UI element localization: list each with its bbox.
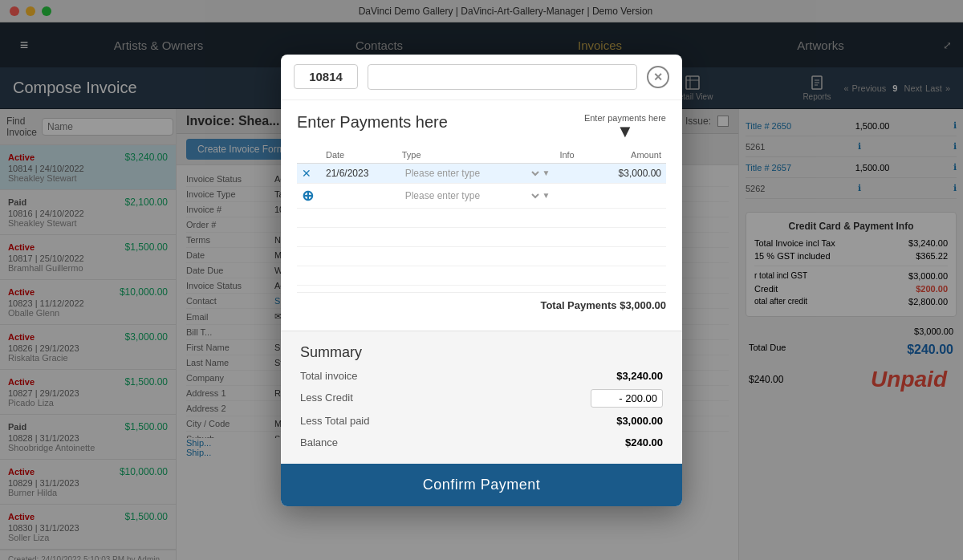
modal-invoice-number: 10814 [294,64,358,89]
delete-btn-1[interactable]: ✕ [297,163,321,183]
summary-label-credit: Less Credit [300,389,586,408]
modal-close-btn[interactable]: ✕ [647,66,669,88]
summary-title: Summary [300,344,663,361]
col-amount: Amount [590,147,666,164]
modal-top-bar: 10814 ✕ [281,55,682,100]
total-payments-label: Total Payments [540,299,616,311]
summary-value-paid: $3,000.00 [591,412,663,429]
col-date: Date [321,147,397,164]
empty-row-1 [297,208,666,227]
confirm-payment-btn[interactable]: Confirm Payment [281,464,682,506]
hint-box: Enter payments here ▼ [584,113,666,140]
modal-title: Enter Payments here [297,113,448,132]
dropdown-arrow-add: ▼ [542,191,550,200]
payment-type-1[interactable]: Please enter type ▼ [397,163,555,183]
summary-grid: Total invoice $3,240.00 Less Credit Less… [300,367,663,451]
payment-table: Date Type Info Amount ✕ 21/6/2023 [297,147,666,286]
modal-field2[interactable] [368,64,637,90]
add-info-cell [555,183,590,208]
modal-title-row: Enter Payments here Enter payments here … [297,113,666,140]
col-action [297,147,321,164]
add-payment-row: ⊕ Please enter type ▼ [297,183,666,208]
summary-section: Summary Total invoice $3,240.00 Less Cre… [281,331,682,464]
add-btn[interactable]: ⊕ [297,183,321,208]
type-select-1[interactable]: Please enter type [402,167,542,180]
payment-info-1[interactable] [555,163,590,183]
add-date-cell [321,183,397,208]
col-info: Info [555,147,590,164]
summary-label-total: Total invoice [300,367,586,384]
summary-label-paid: Less Total paid [300,412,586,429]
dropdown-arrow-1: ▼ [542,168,550,177]
hint-arrow-down: ▼ [616,123,634,140]
add-type-cell[interactable]: Please enter type ▼ [397,183,555,208]
summary-label-balance: Balance [300,434,586,451]
empty-row-2 [297,227,666,246]
summary-value-balance: $240.00 [591,434,663,451]
total-payments-row: Total Payments $3,000.00 [297,292,666,318]
col-type: Type [397,147,555,164]
payment-amount-1: $3,000.00 [590,163,666,183]
modal-body: Enter Payments here Enter payments here … [281,100,682,331]
payment-row-1: ✕ 21/6/2023 Please enter type ▼ $3,000. [297,163,666,183]
payment-date-1[interactable]: 21/6/2023 [321,163,397,183]
add-amount-cell [590,183,666,208]
credit-input[interactable] [591,389,663,408]
empty-row-3 [297,246,666,266]
payment-modal: 10814 ✕ Enter Payments here Enter paymen… [281,55,682,506]
modal-overlay: 10814 ✕ Enter Payments here Enter paymen… [0,0,963,560]
type-select-add[interactable]: Please enter type [402,189,542,202]
summary-value-total: $3,240.00 [591,367,663,384]
empty-row-4 [297,266,666,285]
total-payments-value: $3,000.00 [620,299,666,311]
